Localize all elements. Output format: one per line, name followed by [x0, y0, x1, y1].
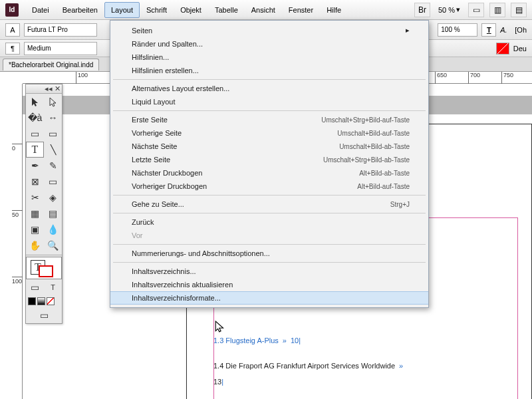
- menu-vorheriger-druckbogen[interactable]: Vorheriger DruckbogenAlt+Bild-auf-Taste: [110, 180, 428, 193]
- menu-separator: [113, 195, 426, 196]
- percent-select[interactable]: 100 %: [438, 23, 477, 37]
- menu-inhaltsverzeichnisformate[interactable]: Inhaltsverzeichnisformate...: [110, 291, 428, 305]
- menu-bearbeiten[interactable]: Bearbeiten: [56, 2, 104, 18]
- fill-stroke-swatch[interactable]: T: [26, 257, 62, 279]
- vertical-ruler: 0 50 100: [12, 84, 23, 399]
- auto-label: A.: [500, 26, 511, 34]
- rectangle-tool[interactable]: ▭: [44, 174, 62, 190]
- arrange-button[interactable]: ▤: [511, 3, 527, 17]
- ruler-tick: 100: [76, 72, 88, 84]
- note-tool[interactable]: ▣: [26, 221, 44, 237]
- content-placer-tool[interactable]: ▭: [44, 126, 62, 142]
- text-cursor-marker: |: [299, 336, 301, 344]
- pen-tool[interactable]: ✒: [26, 158, 44, 174]
- menu-zurueck[interactable]: Zurück: [110, 215, 428, 229]
- menu-shortcut: Strg+J: [390, 201, 410, 208]
- rectangle-frame-tool[interactable]: ⊠: [26, 174, 44, 190]
- tools-panel-header[interactable]: ◂◂✕: [26, 84, 62, 94]
- menu-gehe-zu-seite[interactable]: Gehe zu Seite...Strg+J: [110, 198, 428, 211]
- zoom-value: 50 %: [438, 6, 455, 14]
- gradient-feather-tool[interactable]: ▤: [44, 205, 62, 221]
- menu-naechste-seite[interactable]: Nächste SeiteUmschalt+Bild-ab-Taste: [110, 140, 428, 153]
- menu-layout[interactable]: Layout: [104, 2, 140, 18]
- menu-vor: Vor: [110, 229, 428, 242]
- menu-vorherige-seite[interactable]: Vorherige SeiteUmschalt+Bild-auf-Taste: [110, 126, 428, 140]
- content-collector-tool[interactable]: ▭: [26, 126, 44, 142]
- menu-inhaltsverzeichnis[interactable]: Inhaltsverzeichnis...: [110, 265, 428, 278]
- scissors-tool[interactable]: ✂: [26, 190, 44, 205]
- menu-objekt[interactable]: Objekt: [174, 2, 208, 18]
- gap-tool[interactable]: ↔: [44, 110, 62, 126]
- underline-icon[interactable]: T: [481, 23, 496, 37]
- direct-selection-tool[interactable]: [44, 94, 62, 110]
- menu-schrift[interactable]: Schrift: [140, 2, 174, 18]
- menu-shortcut: Umschalt+Strg+Bild-ab-Taste: [323, 156, 410, 164]
- menu-raender-spalten[interactable]: Ränder und Spalten...: [110, 37, 428, 51]
- right-field-2[interactable]: Deu: [513, 45, 527, 53]
- zoom-tool[interactable]: 🔍: [44, 237, 62, 253]
- no-fill-icon[interactable]: [496, 43, 509, 55]
- menu-ansicht[interactable]: Ansicht: [245, 2, 282, 18]
- menu-label: Inhaltsverzeichnisformate...: [132, 294, 221, 302]
- free-transform-tool[interactable]: ◈: [44, 190, 62, 205]
- view-mode-button[interactable]: ▭: [468, 3, 484, 17]
- menu-seiten[interactable]: Seiten▸: [110, 23, 428, 37]
- swatch-black[interactable]: [28, 297, 36, 305]
- right-field-1[interactable]: [Oh: [515, 26, 527, 34]
- toc-entry: 1.4 Die Fraport AG Frankfurt Airport Ser…: [213, 362, 395, 370]
- swatch-none[interactable]: [47, 297, 55, 305]
- menu-separator: [113, 110, 426, 111]
- menu-label: Inhaltsverzeichnis...: [132, 267, 196, 275]
- menu-shortcut: Umschalt+Bild-auf-Taste: [337, 130, 410, 137]
- view-mode-tool[interactable]: ▭: [26, 307, 62, 323]
- selection-tool[interactable]: [26, 94, 44, 110]
- layout-menu-dropdown: Seiten▸ Ränder und Spalten... Hilfslinie…: [110, 20, 429, 308]
- hand-tool[interactable]: ✋: [26, 237, 44, 253]
- menu-alternatives-layout[interactable]: Alternatives Layout erstellen...: [110, 82, 428, 95]
- menu-shortcut: Alt+Bild-auf-Taste: [357, 183, 410, 190]
- screen-mode-button[interactable]: ▥: [489, 3, 505, 17]
- line-tool[interactable]: ╲: [44, 142, 62, 158]
- menu-hilfe[interactable]: Hilfe: [320, 2, 348, 18]
- pencil-tool[interactable]: ✎: [44, 158, 62, 174]
- menu-datei[interactable]: Datei: [25, 2, 56, 18]
- type-tool[interactable]: T: [26, 142, 44, 158]
- menu-nummerierung[interactable]: Nummerierungs- und Abschnittsoptionen...: [110, 247, 428, 260]
- menu-erste-seite[interactable]: Erste SeiteUmschalt+Strg+Bild-auf-Taste: [110, 113, 428, 126]
- menu-label: Seiten: [132, 27, 152, 35]
- swatch-gradient[interactable]: [37, 297, 45, 305]
- menu-naechster-druckbogen[interactable]: Nächster DruckbogenAlt+Bild-ab-Taste: [110, 166, 428, 180]
- eyedropper-tool[interactable]: 💧: [44, 221, 62, 237]
- document-tab[interactable]: *Bachelorarbeit Original.indd: [3, 59, 99, 70]
- ruler-tick: 650: [435, 72, 447, 84]
- menu-label: Alternatives Layout erstellen...: [132, 84, 229, 92]
- menu-inhaltsverzeichnis-aktualisieren[interactable]: Inhaltsverzeichnis aktualisieren: [110, 278, 428, 291]
- menu-label: Liquid Layout: [132, 98, 175, 106]
- paragraph-formatting-icon[interactable]: ¶: [5, 43, 20, 55]
- menu-tabelle[interactable]: Tabelle: [208, 2, 245, 18]
- menu-liquid-layout[interactable]: Liquid Layout: [110, 95, 428, 108]
- tab-arrow-icon: »: [283, 336, 287, 344]
- app-icon: Id: [5, 3, 19, 17]
- menu-hilfslinien[interactable]: Hilfslinien...: [110, 51, 428, 64]
- formatting-container-icon[interactable]: ▭: [26, 279, 44, 295]
- character-formatting-icon[interactable]: A: [5, 23, 20, 37]
- formatting-text-icon[interactable]: T: [44, 279, 62, 295]
- menu-separator: [113, 213, 426, 213]
- menu-letzte-seite[interactable]: Letzte SeiteUmschalt+Strg+Bild-ab-Taste: [110, 153, 428, 166]
- zoom-select[interactable]: 50 % ▾: [436, 4, 463, 15]
- menu-label: Nummerierungs- und Abschnittsoptionen...: [132, 249, 270, 257]
- menu-fenster[interactable]: Fenster: [282, 2, 320, 18]
- color-swatches[interactable]: [26, 295, 62, 307]
- page-tool[interactable]: �à: [26, 110, 44, 126]
- bridge-button[interactable]: Br: [414, 3, 430, 17]
- menu-label: Vor: [132, 231, 143, 239]
- text-cursor-marker: |: [221, 378, 223, 386]
- font-weight-select[interactable]: Medium: [24, 42, 97, 55]
- tools-panel: ◂◂✕ �à↔ ▭▭ T╲ ✒✎ ⊠▭ ✂◈ ▦▤ ▣💧 ✋🔍 T ▭T ▭: [25, 84, 63, 324]
- font-family-select[interactable]: Futura LT Pro: [24, 23, 97, 37]
- close-icon[interactable]: ✕: [55, 84, 61, 93]
- menu-label: Vorherige Seite: [132, 129, 182, 137]
- menu-hilfslinien-erstellen[interactable]: Hilfslinien erstellen...: [110, 64, 428, 77]
- gradient-swatch-tool[interactable]: ▦: [26, 205, 44, 221]
